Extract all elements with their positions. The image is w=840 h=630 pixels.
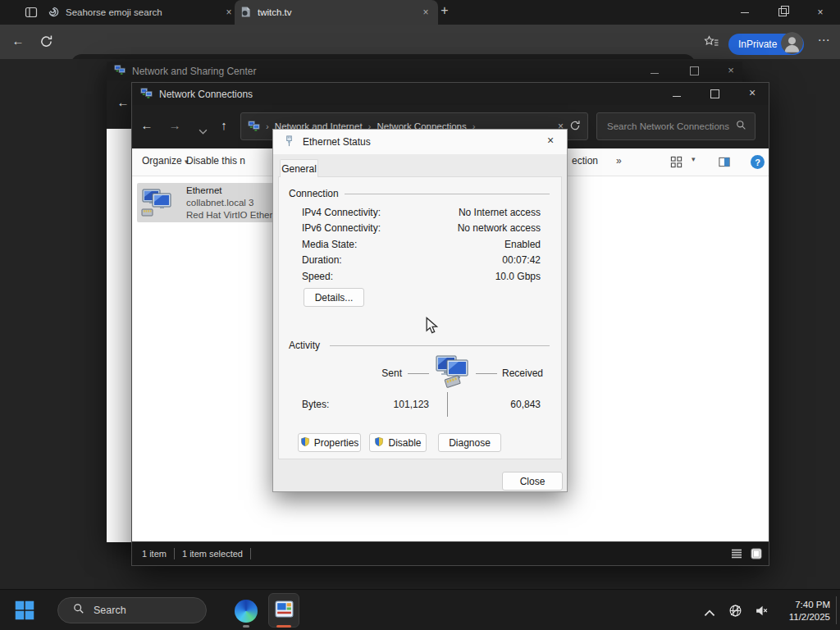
browser-restore-button[interactable] — [765, 0, 801, 25]
nc-minimize-button[interactable] — [667, 88, 687, 99]
properties-button[interactable]: Properties — [298, 433, 361, 452]
bytes-label: Bytes: — [302, 399, 329, 410]
browser-close-button[interactable]: × — [802, 0, 838, 25]
details-button[interactable]: Details... — [304, 288, 364, 307]
dialog-close-icon[interactable]: × — [541, 134, 560, 150]
icons-view-icon[interactable] — [751, 548, 762, 561]
ethernet-plug-icon — [283, 135, 295, 150]
uac-shield-icon — [374, 436, 384, 450]
nc-search-box[interactable] — [596, 112, 756, 140]
disable-button[interactable]: Disable — [369, 433, 427, 452]
tab-seahorse[interactable]: Seahorse emoji search × — [43, 0, 241, 25]
tab-general[interactable]: General — [280, 159, 318, 177]
desktop: Seahorse emoji search × twitch.tv × + × … — [0, 0, 840, 630]
browser-toolbar: ← A^ ☆ InPrivate ⋯ — [0, 25, 840, 59]
preview-pane-icon[interactable] — [718, 156, 731, 171]
favorites-bar-icon[interactable] — [704, 35, 719, 52]
bytes-sent-value: 101,123 — [365, 399, 429, 410]
row-value: Enabled — [504, 239, 541, 250]
no-internet-globe-icon[interactable] — [728, 604, 742, 621]
speed-row: Speed: 10.0 Gbps — [302, 268, 541, 285]
ethernet-adapter-icon — [140, 186, 173, 222]
nc-up-button[interactable]: ↑ — [216, 118, 232, 132]
sent-label: Sent — [369, 368, 402, 379]
nc-app-icon — [140, 87, 153, 102]
diagnose-button[interactable]: Diagnose — [438, 433, 501, 452]
nc-refresh-icon[interactable] — [569, 120, 581, 133]
tray-overflow-chevron-icon[interactable] — [704, 605, 715, 620]
inprivate-label: InPrivate — [738, 39, 777, 50]
nsc-close-button[interactable]: × — [724, 64, 737, 76]
browser-menu-icon[interactable]: ⋯ — [815, 33, 833, 48]
taskbar-clock[interactable]: 7:40 PM 11/2/2025 — [766, 599, 830, 623]
dialog-title: Ethernet Status — [303, 136, 371, 148]
breadcrumb-separator: › — [266, 121, 269, 131]
connection-network: collabnet.local 3 — [186, 197, 253, 210]
nc-close-button[interactable]: × — [742, 86, 762, 99]
details-view-icon[interactable] — [731, 548, 742, 561]
nsc-maximize-button[interactable] — [687, 66, 701, 78]
sent-line — [408, 373, 429, 374]
close-button[interactable]: Close — [502, 472, 563, 491]
twitch-tab-favicon-page-icon — [240, 6, 252, 20]
dialog-title-bar[interactable]: Ethernet Status × — [273, 130, 567, 154]
nc-title-bar[interactable]: Network Connections × — [132, 83, 769, 105]
bytes-divider — [447, 392, 448, 417]
ethernet-connection-item[interactable]: Ethernet collabnet.local 3 Red Hat VirtI… — [137, 183, 276, 222]
received-line — [476, 373, 497, 374]
disable-device-command[interactable]: Disable this n — [186, 155, 245, 167]
tab-close-icon[interactable]: × — [418, 7, 433, 18]
general-tab-page: Connection IPv4 Connectivity: No Interne… — [278, 176, 562, 459]
view-options-dropdown-icon[interactable]: ▾ — [692, 155, 696, 163]
help-icon[interactable]: ? — [751, 155, 765, 169]
received-label: Received — [502, 368, 543, 379]
taskbar-search-input[interactable] — [92, 604, 227, 617]
tab-title: twitch.tv — [258, 7, 418, 17]
taskbar: 7:40 PM 11/2/2025 — [0, 589, 840, 630]
row-label: IPv6 Connectivity: — [302, 222, 381, 234]
row-label: Media State: — [302, 239, 357, 250]
nc-forward-button[interactable]: → — [167, 118, 183, 132]
clock-time: 7:40 PM — [795, 599, 830, 611]
tab-twitch[interactable]: twitch.tv × — [235, 0, 438, 25]
row-value: 10.0 Gbps — [495, 271, 541, 282]
browser-minimize-button[interactable] — [727, 0, 763, 25]
browser-back-button[interactable]: ← — [10, 34, 26, 48]
view-options-icon[interactable] — [670, 156, 682, 171]
row-label: IPv4 Connectivity: — [302, 207, 381, 218]
organize-menu[interactable]: Organize ▾ — [142, 155, 189, 167]
network-connections-taskbar-button[interactable] — [268, 593, 299, 628]
new-tab-button[interactable]: + — [436, 3, 454, 18]
start-button[interactable] — [15, 600, 34, 623]
bytes-received-value: 60,843 — [476, 399, 541, 410]
nc-title: Network Connections — [159, 89, 253, 100]
show-desktop-divider[interactable] — [836, 596, 837, 624]
connection-command-fragment[interactable]: ection — [572, 155, 598, 167]
search-icon — [736, 119, 746, 134]
edge-taskbar-icon[interactable] — [235, 600, 258, 623]
row-value: 00:07:42 — [502, 254, 541, 266]
taskbar-search-box[interactable] — [57, 597, 207, 623]
restore-icon — [778, 8, 787, 16]
nsc-minimize-button[interactable] — [648, 65, 661, 76]
profile-avatar[interactable] — [781, 32, 803, 54]
browser-refresh-button[interactable] — [39, 34, 53, 52]
connection-device: Red Hat VirtIO Ether — [186, 209, 272, 222]
nc-recent-chevron-icon[interactable] — [194, 123, 211, 137]
uac-shield-icon — [300, 436, 310, 450]
nsc-app-icon — [114, 64, 126, 78]
row-value: No network access — [458, 222, 541, 234]
tab-actions-icon[interactable] — [25, 6, 38, 22]
nsc-back-button[interactable]: ← — [115, 95, 131, 109]
nc-maximize-button[interactable] — [705, 89, 724, 101]
selected-count: 1 item selected — [182, 549, 243, 559]
nc-search-input[interactable] — [605, 121, 736, 132]
nc-back-button[interactable]: ← — [139, 118, 155, 132]
row-label: Speed: — [302, 271, 333, 282]
tab-title: Seahorse emoji search — [66, 7, 221, 17]
command-overflow-chevron[interactable]: » — [616, 155, 622, 167]
connection-group-label: Connection — [289, 188, 339, 199]
nsc-title-bar[interactable]: Network and Sharing Center × — [107, 62, 742, 80]
activity-group-line — [330, 345, 550, 346]
nc-status-bar: 1 item 1 item selected — [132, 541, 769, 565]
